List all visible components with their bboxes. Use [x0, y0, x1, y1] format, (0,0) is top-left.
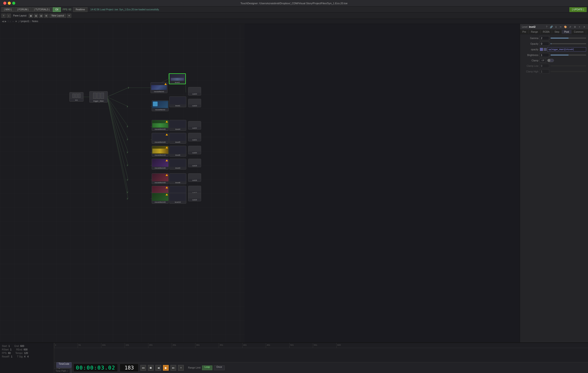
wiki-button[interactable]: | WIKI | — [1, 7, 14, 12]
node-moviefile-i-label: moviefileIn00 — [152, 201, 168, 203]
clamp-low-input[interactable] — [540, 64, 549, 68]
layout-btn-1[interactable]: ▦ — [29, 14, 33, 18]
clamp-toggle[interactable]: Off — [540, 59, 546, 62]
node-out18[interactable]: out18 — [188, 173, 201, 182]
node-level3b[interactable]: level3 — [169, 159, 186, 170]
frame-display[interactable]: 183 — [120, 363, 138, 372]
node-trigger-main[interactable]: trigger_Main — [89, 91, 108, 103]
node-moviefile-e[interactable]: moviefileIn10 — [152, 146, 169, 157]
tab-rgba[interactable]: RGBA — [540, 30, 552, 34]
breadcrumb-current[interactable]: Notes — [32, 20, 38, 22]
gamma-input[interactable] — [540, 36, 549, 40]
node-level4[interactable]: level4 — [169, 120, 186, 131]
layout-btn-3[interactable]: ▤ — [39, 14, 43, 18]
transport-back-button[interactable]: ◀ — [156, 365, 161, 371]
node-level10[interactable]: level10 — [169, 193, 186, 204]
tutorials-button[interactable]: | TUTORIALS | — [32, 7, 52, 12]
brightness-slider[interactable] — [551, 55, 586, 55]
panel-link-icon[interactable]: 🔗 — [549, 25, 553, 29]
node-out23[interactable]: out23 — [188, 99, 201, 107]
timecode-mode-button[interactable]: TimeCode — [56, 363, 72, 368]
node-out22[interactable]: out22 — [188, 121, 201, 130]
tab-post[interactable]: Post — [562, 30, 572, 34]
timecode-display[interactable]: 00:00:03.02 — [74, 363, 118, 372]
breadcrumb-down: ↓ — [10, 20, 11, 22]
panel-edit-icon[interactable]: ✏ — [559, 25, 563, 29]
update-button[interactable]: [ UPDATE ] — [569, 7, 587, 12]
brightness-input[interactable] — [540, 53, 549, 57]
add-layout-button[interactable]: + — [67, 14, 71, 18]
layout-btn-4[interactable]: ⊞ — [44, 14, 48, 18]
transport-rewind-button[interactable]: ⏮ — [140, 365, 146, 371]
node-moviefile-c[interactable]: moviefileIn00 — [152, 120, 169, 131]
realtime-button[interactable]: Realtime — [73, 7, 87, 12]
tab-range[interactable]: Range — [529, 30, 540, 34]
new-layout-button[interactable]: New Layout — [49, 14, 66, 18]
breadcrumb-forward: → — [12, 20, 14, 22]
layout-btn-2[interactable]: ▥ — [34, 14, 38, 18]
forum-button[interactable]: | FORUM | — [15, 7, 31, 12]
transport-play-button[interactable]: ▶ — [163, 365, 169, 371]
clamp-low-slider — [551, 65, 586, 66]
panel-add-icon[interactable]: + — [578, 25, 581, 29]
panel-level-name: level2 — [529, 26, 536, 28]
status-text: 14:42:56 Load Project .toe: Syn_1.Eco.20… — [88, 8, 569, 11]
minimize-button[interactable] — [8, 2, 11, 5]
node-moviefile-d[interactable]: moviefileIn00 — [152, 133, 169, 144]
node-out23-label: out23 — [189, 104, 201, 107]
node-moviefile-b[interactable]: moviefileIn0 — [152, 100, 169, 111]
panel-close-icon[interactable]: ✕ — [582, 25, 586, 29]
tab-common[interactable]: Common — [572, 30, 586, 34]
node-in1[interactable]: in1 — [69, 92, 84, 102]
node-out16[interactable]: out16 — [188, 193, 201, 201]
timeline-ruler[interactable]: 1 51 101 151 201 251 301 351 401 451 501… — [54, 343, 588, 348]
maximize-button[interactable] — [12, 2, 15, 5]
tab-step[interactable]: Step — [552, 30, 562, 34]
loop-button[interactable]: Loop — [202, 365, 212, 370]
panel-help-icon[interactable]: ? — [545, 25, 548, 29]
opacity-expr-input[interactable] — [547, 47, 586, 52]
breadcrumb-root[interactable]: / project1 — [20, 20, 29, 22]
panel-reload-icon[interactable]: ↺ — [568, 25, 572, 29]
clamp-high-input[interactable] — [540, 69, 549, 74]
node-moviefile-i[interactable]: moviefileIn00 — [152, 193, 169, 204]
tab-pre[interactable]: Pre — [520, 30, 529, 34]
clamp-low-row: Clamp Low — [522, 64, 586, 68]
resetf-value: 1 — [11, 355, 12, 358]
node-level6[interactable]: level6 — [169, 146, 186, 157]
transport-forward-button[interactable]: ⏭ — [170, 365, 176, 371]
node-out21[interactable]: out21 — [188, 133, 201, 141]
panel-palette-icon[interactable]: 🎨 — [564, 25, 567, 29]
node-moviefile-f-label: moviefileIn00 — [152, 167, 168, 169]
gamma-slider[interactable] — [551, 38, 586, 39]
node-out24[interactable]: out24 — [188, 87, 201, 95]
close-button[interactable] — [3, 2, 6, 5]
once-button[interactable]: Once — [214, 365, 225, 370]
node-level5[interactable]: level5 — [169, 133, 186, 144]
node-level1[interactable]: level1 — [169, 96, 186, 107]
resetf-label: ResetF: — [2, 355, 10, 358]
node-out18-label: out18 — [189, 179, 201, 182]
clamp-switch[interactable] — [547, 59, 554, 62]
opacity-expr-label: opacity — [522, 48, 538, 51]
canvas-area[interactable]: in1 trigger_Main moviefileIn0 level2 — [0, 24, 245, 342]
node-moviefile-a[interactable]: moviefileIn0 — [150, 82, 168, 93]
opacity-input[interactable] — [540, 42, 549, 46]
panel-info-icon[interactable]: ℹ — [554, 25, 558, 29]
opacity-color-swatch[interactable] — [540, 48, 543, 51]
node-level2[interactable]: level2 — [169, 73, 186, 84]
transport-stop-button[interactable]: ⏹ — [148, 365, 154, 371]
node-moviefile-f[interactable]: moviefileIn00 — [152, 159, 169, 170]
question-icon-btn[interactable]: ? — [1, 14, 6, 18]
opacity-toggle-icon[interactable] — [544, 48, 546, 51]
home-btn[interactable]: ⌂ — [7, 14, 11, 18]
node-out19[interactable]: out19 — [188, 159, 201, 167]
node-moviefile-g[interactable]: moviefileIn00 — [152, 173, 169, 184]
node-out20[interactable]: out20 — [188, 146, 201, 154]
opacity-slider[interactable] — [551, 43, 586, 44]
oil-button[interactable]: Oil — [53, 7, 61, 12]
panel-settings-icon[interactable]: ⚙ — [573, 25, 577, 29]
fps-stat-label: FPS: — [2, 352, 7, 354]
node-level8[interactable]: level8 — [169, 173, 186, 184]
transport-add-button[interactable]: + — [178, 365, 184, 371]
